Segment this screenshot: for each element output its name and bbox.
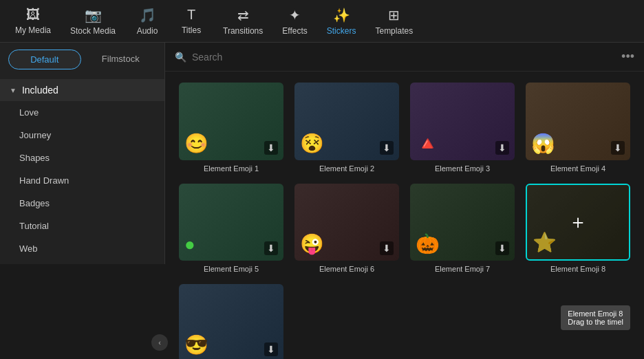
sticker-emoji-6: 😜 <box>300 232 324 255</box>
sidebar-item-shapes[interactable]: Shapes <box>0 146 164 169</box>
nav-icon-titles: T <box>187 7 195 23</box>
sidebar-item-web[interactable]: Web <box>0 237 164 260</box>
nav-icon-transitions: ⇄ <box>237 7 249 23</box>
sidebar-item-journey[interactable]: Journey <box>0 124 164 146</box>
sticker-thumb-8[interactable]: ⭐ ＋ <box>526 184 630 261</box>
nav-icon-stickers: ✨ <box>333 7 350 23</box>
download-icon-7[interactable]: ⬇ <box>495 241 509 255</box>
sidebar-section-header[interactable]: ▼ Included <box>0 79 164 101</box>
sidebar-item-badges[interactable]: Badges <box>0 192 164 215</box>
nav-item-templates[interactable]: ⊞Templates <box>365 3 422 40</box>
sidebar-item-tutorial[interactable]: Tutorial <box>0 215 164 237</box>
nav-label-audio: Audio <box>137 26 158 36</box>
sidebar-section-included: ▼ Included Love Journey Shapes Hand Draw… <box>0 75 164 264</box>
sticker-emoji-9: 😎 <box>184 334 208 356</box>
download-icon-1[interactable]: ⬇ <box>264 141 278 155</box>
sticker-emoji-7: 🎃 <box>416 232 440 255</box>
sticker-thumb-2[interactable]: 😵 ⬇ <box>294 83 399 160</box>
content-area: 🔍 ••• 😊 ⬇ Element Emoji 1 😵 <box>165 43 644 359</box>
sidebar-tabs: Default Filmstock <box>0 43 164 75</box>
nav-item-effects[interactable]: ✦Effects <box>272 3 316 40</box>
nav-item-stickers[interactable]: ✨Stickers <box>317 3 366 40</box>
sticker-thumb-1[interactable]: 😊 ⬇ <box>179 83 283 160</box>
sticker-label-4: Element Emoji 4 <box>550 164 605 173</box>
top-nav: 🖼My Media📷Stock Media🎵AudioTTitles⇄Trans… <box>0 0 644 43</box>
sidebar-item-love[interactable]: Love <box>0 101 164 124</box>
more-options-icon[interactable]: ••• <box>621 50 634 64</box>
search-icon: 🔍 <box>175 52 186 63</box>
sidebar-item-hand-drawn[interactable]: Hand Drawn <box>0 169 164 192</box>
nav-label-stickers: Stickers <box>327 26 356 36</box>
sticker-item-2[interactable]: 😵 ⬇ Element Emoji 2 <box>294 83 399 173</box>
sticker-item-8[interactable]: ⭐ ＋ Element Emoji 8 <box>526 184 630 274</box>
search-input[interactable] <box>192 52 616 63</box>
nav-label-transitions: Transitions <box>223 26 263 36</box>
nav-item-transitions[interactable]: ⇄Transitions <box>213 3 272 40</box>
nav-icon-templates: ⊞ <box>388 7 400 23</box>
sidebar-tab-filmstock[interactable]: Filmstock <box>85 50 157 69</box>
sticker-item-6[interactable]: 😜 ⬇ Element Emoji 6 <box>294 184 399 274</box>
sticker-item-1[interactable]: 😊 ⬇ Element Emoji 1 <box>179 83 283 173</box>
sticker-thumb-5[interactable]: ● ⬇ <box>179 184 283 261</box>
nav-label-titles: Titles <box>182 25 201 35</box>
sticker-emoji-1: 😊 <box>184 132 208 155</box>
add-overlay-8: ＋ <box>527 185 629 260</box>
sticker-emoji-4: 😱 <box>531 132 555 155</box>
nav-item-stock-media[interactable]: 📷Stock Media <box>61 3 125 40</box>
nav-item-titles[interactable]: TTitles <box>169 3 213 39</box>
nav-icon-effects: ✦ <box>289 7 301 23</box>
nav-label-my-media: My Media <box>15 25 51 35</box>
sticker-label-5: Element Emoji 5 <box>204 265 259 273</box>
sticker-grid-area: 😊 ⬇ Element Emoji 1 😵 ⬇ Element Emoji 2 <box>165 72 644 359</box>
section-label: Included <box>22 85 58 96</box>
nav-item-my-media[interactable]: 🖼My Media <box>6 3 61 39</box>
section-arrow-icon: ▼ <box>10 87 17 94</box>
sticker-label-3: Element Emoji 3 <box>435 164 490 173</box>
tooltip-line2: Drag to the timel <box>568 318 623 326</box>
sticker-label-1: Element Emoji 1 <box>204 164 259 173</box>
download-icon-3[interactable]: ⬇ <box>495 141 509 155</box>
sticker-item-7[interactable]: 🎃 ⬇ Element Emoji 7 <box>410 184 515 274</box>
sidebar: Default Filmstock ▼ Included Love Journe… <box>0 43 165 264</box>
sticker-emoji-2: 😵 <box>300 132 324 155</box>
nav-label-templates: Templates <box>375 26 413 36</box>
download-icon-9[interactable]: ⬇ <box>264 342 278 356</box>
search-bar: 🔍 ••• <box>165 43 644 72</box>
sticker-thumb-4[interactable]: 😱 ⬇ <box>526 83 630 160</box>
sticker-label-8: Element Emoji 8 <box>550 265 605 273</box>
tooltip-line1: Element Emoji 8 <box>568 309 623 318</box>
sticker-emoji-5: ● <box>184 234 195 255</box>
nav-label-stock-media: Stock Media <box>70 26 116 36</box>
sticker-thumb-7[interactable]: 🎃 ⬇ <box>410 184 515 261</box>
sticker-item-5[interactable]: ● ⬇ Element Emoji 5 <box>179 184 283 274</box>
sticker-label-2: Element Emoji 2 <box>319 164 374 173</box>
main-layout: Default Filmstock ▼ Included Love Journe… <box>0 43 644 359</box>
sticker-item-3[interactable]: 🔺 ⬇ Element Emoji 3 <box>410 83 515 173</box>
sticker-label-7: Element Emoji 7 <box>435 265 490 273</box>
download-icon-4[interactable]: ⬇ <box>611 141 625 155</box>
sticker-thumb-6[interactable]: 😜 ⬇ <box>294 184 399 261</box>
sticker-thumb-9[interactable]: 😎 ⬇ <box>179 284 283 359</box>
tooltip-box: Element Emoji 8 Drag to the timel <box>561 305 630 330</box>
sticker-emoji-3: 🔺 <box>416 132 440 155</box>
nav-icon-stock-media: 📷 <box>85 7 102 23</box>
nav-icon-audio: 🎵 <box>139 7 156 23</box>
sticker-item-9[interactable]: 😎 ⬇ Element Emoji 9 <box>179 284 283 359</box>
sticker-item-4[interactable]: 😱 ⬇ Element Emoji 4 <box>526 83 630 173</box>
sticker-thumb-3[interactable]: 🔺 ⬇ <box>410 83 515 160</box>
nav-label-effects: Effects <box>282 26 307 36</box>
download-icon-2[interactable]: ⬇ <box>380 141 394 155</box>
nav-icon-my-media: 🖼 <box>26 7 40 23</box>
sticker-label-6: Element Emoji 6 <box>319 265 374 273</box>
add-icon-8: ＋ <box>568 209 588 235</box>
sidebar-tab-default[interactable]: Default <box>8 50 81 69</box>
download-icon-5[interactable]: ⬇ <box>264 241 278 255</box>
download-icon-6[interactable]: ⬇ <box>380 241 394 255</box>
nav-item-audio[interactable]: 🎵Audio <box>125 3 169 40</box>
